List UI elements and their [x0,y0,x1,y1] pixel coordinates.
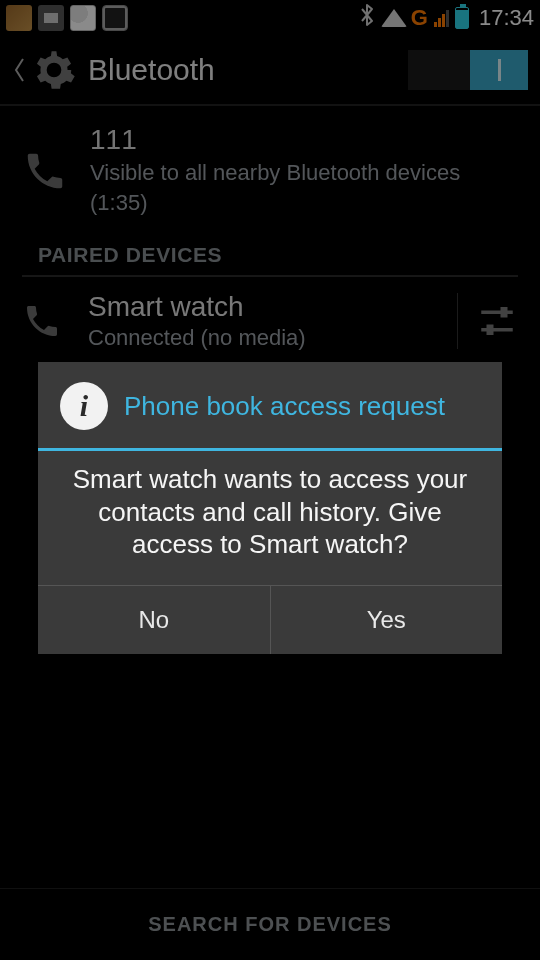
dialog-actions: No Yes [38,585,502,654]
dialog-body: Smart watch wants to access your contact… [38,451,502,585]
dialog-title: Phone book access request [124,391,445,422]
dialog-yes-button[interactable]: Yes [270,586,503,654]
dialog-no-button[interactable]: No [38,586,270,654]
permission-dialog: i Phone book access request Smart watch … [38,362,502,654]
dialog-header: i Phone book access request [38,362,502,448]
info-icon: i [60,382,108,430]
